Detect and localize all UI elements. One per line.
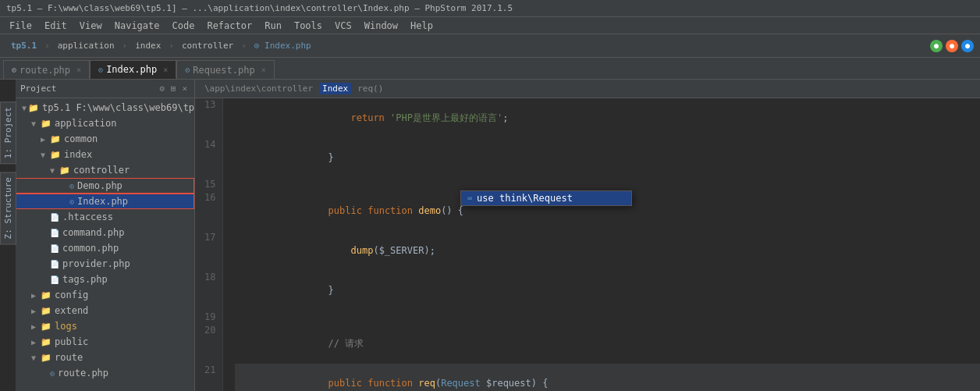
title-text: tp5.1 – F:\www\class\web69\tp5.1] – ...\…	[6, 3, 513, 13]
arrow-tp51: ▼	[22, 104, 27, 112]
folder-icon-tp51: 📁	[28, 103, 39, 113]
folder-icon-config: 📁	[41, 290, 51, 300]
tree-item-controller[interactable]: ▼ 📁 controller	[16, 162, 194, 178]
tree-item-routephp[interactable]: ▶ ⊙ route.php	[16, 365, 194, 381]
toolbar-indexphp[interactable]: ⊙ Index.php	[250, 39, 316, 52]
tree-item-providerphp[interactable]: ▶ 📄 provider.php	[16, 256, 194, 272]
panel-toolbar: ⚙ ⊞ ×	[157, 83, 190, 94]
breadcrumb-controller[interactable]: \app\index\controller	[201, 83, 316, 94]
toolbar: tp5.1 › application › index › controller…	[0, 34, 980, 58]
tree-item-application[interactable]: ▼ 📁 application	[16, 116, 194, 131]
autocomplete-item-use[interactable]: ⌨ use think\Request	[461, 191, 631, 205]
menu-refactor[interactable]: Refactor	[201, 19, 258, 33]
code-content-19	[235, 311, 980, 324]
tree-label-tp51: tp5.1 F:\www\class\web69\tp5	[42, 102, 194, 113]
breadcrumb-req[interactable]: req()	[354, 83, 386, 94]
request-php-icon: ⊙	[185, 66, 190, 74]
folder-icon-route: 📁	[41, 353, 51, 363]
tree-item-index[interactable]: ▼ 📁 index	[16, 147, 194, 162]
tab-indexphp-close[interactable]: ×	[163, 66, 168, 74]
menu-vcs[interactable]: VCS	[328, 19, 358, 33]
arrow-common: ▶	[41, 135, 48, 144]
project-side-tab[interactable]: 1: Project	[0, 101, 16, 164]
browser-icons: ● ● ●	[930, 40, 974, 52]
gutter-19	[222, 311, 235, 324]
ie-icon[interactable]: ●	[961, 40, 974, 52]
structure-tab-label: Z: Structure	[3, 177, 13, 239]
code-line-19: 19	[195, 311, 980, 324]
panel-btn-close[interactable]: ×	[179, 83, 190, 94]
tree-item-public[interactable]: ▶ 📁 public	[16, 334, 194, 350]
tree-label-config: config	[55, 290, 88, 300]
autocomplete-popup[interactable]: ⌨ use think\Request	[460, 190, 632, 206]
toolbar-application: application	[53, 39, 119, 52]
config-icon-tags: 📄	[50, 275, 59, 284]
tree-item-route[interactable]: ▼ 📁 route	[16, 350, 194, 365]
file-tree: ▼ 📁 tp5.1 F:\www\class\web69\tp5 ▼ 📁 app…	[16, 98, 194, 391]
panel-btn-gear[interactable]: ⚙	[157, 83, 167, 94]
code-editor[interactable]: 13 return 'PHP是世界上最好的语言'; 14 }	[195, 98, 980, 391]
structure-side-tab[interactable]: Z: Structure	[0, 172, 16, 244]
code-content-17: dump($_SERVER);	[235, 231, 980, 271]
menu-navigate[interactable]: Navigate	[108, 19, 166, 33]
config-icon-common: 📄	[50, 244, 59, 253]
tree-item-logs[interactable]: ▶ 📁 logs	[16, 318, 194, 334]
menu-view[interactable]: View	[73, 19, 108, 33]
tab-requestphp-close[interactable]: ×	[261, 66, 266, 74]
chrome-icon[interactable]: ●	[930, 40, 943, 52]
tree-label-providerphp: provider.php	[62, 258, 130, 269]
tree-item-config[interactable]: ▶ 📁 config	[16, 287, 194, 303]
code-line-18: 18 }	[195, 271, 980, 311]
firefox-icon[interactable]: ●	[946, 40, 958, 52]
tab-indexphp[interactable]: ⊙ Index.php ×	[90, 60, 176, 79]
panel-btn-expand[interactable]: ⊞	[169, 83, 179, 94]
arrow-logs: ▶	[31, 322, 39, 331]
menu-window[interactable]: Window	[358, 19, 404, 33]
line-num-16: 16	[195, 191, 222, 231]
tab-routephp-close[interactable]: ×	[76, 66, 81, 74]
main-layout: Project ⚙ ⊞ × ▼ 📁 tp5.1 F:\www\class\web…	[0, 80, 980, 391]
breadcrumb-index[interactable]: Index	[319, 83, 351, 94]
toolbar-controller: controller	[177, 39, 238, 52]
tree-label-application: application	[55, 118, 116, 129]
folder-icon-extend: 📁	[41, 306, 51, 316]
menu-tools[interactable]: Tools	[288, 19, 328, 33]
tree-label-indexphp: Index.php	[77, 196, 128, 207]
code-content-18: }	[235, 271, 980, 311]
tree-label-htaccess: .htaccess	[62, 211, 113, 222]
menu-code[interactable]: Code	[166, 19, 201, 33]
tree-item-commonphp[interactable]: ▶ 📄 common.php	[16, 240, 194, 256]
tree-item-htaccess[interactable]: ▶ 📄 .htaccess	[16, 209, 194, 225]
menu-file[interactable]: File	[3, 19, 38, 33]
tree-item-indexphp[interactable]: ▶ ⊙ Index.php	[16, 194, 194, 209]
tree-item-tagsphp[interactable]: ▶ 📄 tags.php	[16, 272, 194, 287]
route-php-icon: ⊙	[12, 66, 16, 74]
menu-edit[interactable]: Edit	[38, 19, 73, 33]
tree-label-public: public	[55, 336, 88, 347]
arrow-extend: ▶	[31, 307, 39, 315]
tree-item-commandphp[interactable]: ▶ 📄 command.php	[16, 225, 194, 240]
tab-routephp[interactable]: ⊙ route.php ×	[3, 60, 90, 79]
php-icon-index: ⊙	[69, 197, 74, 206]
tree-label-logs: logs	[55, 321, 77, 332]
project-tab-label: 1: Project	[3, 107, 13, 158]
tab-indexphp-label: Index.php	[106, 64, 157, 75]
menu-help[interactable]: Help	[404, 19, 439, 33]
arrow-index: ▼	[41, 151, 48, 159]
tree-label-route: route	[55, 352, 83, 363]
php-icon-route: ⊙	[50, 369, 55, 378]
arrow-config: ▶	[31, 291, 39, 300]
toolbar-project: tp5.1	[6, 39, 41, 52]
tree-item-extend[interactable]: ▶ 📁 extend	[16, 303, 194, 318]
panel-header: Project ⚙ ⊞ ×	[16, 80, 194, 98]
config-icon-command: 📄	[50, 229, 59, 237]
ac-icon-use: ⌨	[467, 194, 472, 203]
line-num-19: 19	[195, 311, 222, 324]
tree-item-common[interactable]: ▶ 📁 common	[16, 131, 194, 147]
tree-label-common: common	[64, 133, 98, 144]
toolbar-index: index	[130, 39, 165, 52]
menu-run[interactable]: Run	[258, 19, 288, 33]
tree-item-tp51[interactable]: ▼ 📁 tp5.1 F:\www\class\web69\tp5	[16, 100, 194, 116]
tree-item-demophp[interactable]: ▶ ⊙ Demo.php	[16, 178, 194, 194]
tab-requestphp[interactable]: ⊙ Request.php ×	[176, 60, 275, 79]
